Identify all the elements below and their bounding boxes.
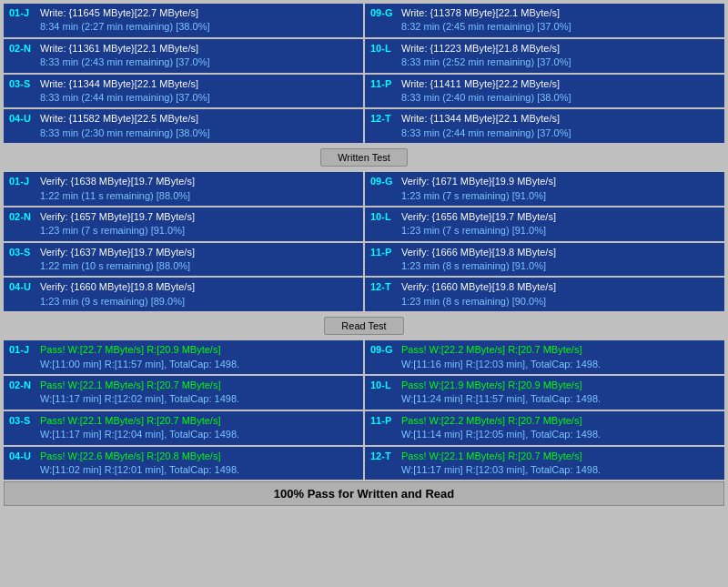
cell-line2: 8:33 min (2:52 min remaining) [37.0%] — [401, 56, 719, 69]
cell-line2: 1:23 min (7 s remaining) [91.0%] — [401, 189, 719, 203]
cell-line2: W:[11:24 min] R:[11:57 min], TotalCap: 1… — [401, 392, 719, 406]
cell-id: 02-N — [9, 210, 36, 238]
cell-id: 01-J — [9, 175, 36, 203]
cell-line2: W:[11:02 min] R:[12:01 min], TotalCap: 1… — [40, 463, 358, 477]
cell-id: 02-N — [9, 42, 36, 70]
table-row: 10-LWrite: {11223 MByte}[21.8 MByte/s]8:… — [365, 39, 724, 73]
table-row: 12-TPass! W:[22.1 MByte/s] R:[20.7 MByte… — [365, 447, 724, 481]
cell-id: 10-L — [370, 210, 398, 238]
cell-line2: 8:32 min (2:45 min remaining) [37.0%] — [401, 20, 719, 34]
cell-id: 01-J — [9, 6, 36, 35]
cell-id: 11-P — [370, 414, 398, 442]
cell-line2: 8:33 min (2:44 min remaining) [37.0%] — [401, 127, 719, 140]
table-row: 03-SPass! W:[22.1 MByte/s] R:[20.7 MByte… — [4, 411, 363, 445]
table-row: 01-JVerify: {1638 MByte}[19.7 MByte/s]1:… — [4, 172, 363, 206]
cell-line2: W:[11:14 min] R:[12:05 min], TotalCap: 1… — [401, 428, 719, 441]
table-row: 02-NPass! W:[22.1 MByte/s] R:[20.7 MByte… — [4, 376, 363, 410]
cell-id: 01-J — [9, 343, 36, 371]
table-row: 03-SVerify: {1637 MByte}[19.7 MByte/s]1:… — [4, 243, 363, 277]
grid: 01-JVerify: {1638 MByte}[19.7 MByte/s]1:… — [4, 172, 724, 311]
table-row: 03-SWrite: {11344 MByte}[22.1 MByte/s]8:… — [4, 75, 363, 108]
table-row: 01-JPass! W:[22.7 MByte/s] R:[20.9 MByte… — [4, 340, 363, 374]
write-section: 01-JWrite: {11645 MByte}[22.7 MByte/s]8:… — [4, 4, 724, 143]
cell-line2: 1:23 min (7 s remaining) [91.0%] — [401, 224, 719, 238]
cell-id: 03-S — [9, 414, 36, 442]
cell-line1: Write: {11378 MByte}[22.1 MByte/s] — [401, 6, 719, 20]
cell-line2: 1:23 min (8 s remaining) [90.0%] — [401, 295, 719, 309]
cell-line1: Write: {11361 MByte}[22.1 MByte/s] — [40, 42, 358, 56]
grid: 01-JWrite: {11645 MByte}[22.7 MByte/s]8:… — [4, 4, 724, 143]
cell-line2: 8:34 min (2:27 min remaining) [38.0%] — [40, 20, 358, 34]
cell-line1: Pass! W:[22.7 MByte/s] R:[20.9 MByte/s] — [40, 343, 358, 357]
read-test-label: Read Test — [324, 317, 403, 335]
cell-id: 02-N — [9, 379, 36, 407]
cell-line1: Verify: {1637 MByte}[19.7 MByte/s] — [40, 246, 358, 259]
cell-line1: Verify: {1657 MByte}[19.7 MByte/s] — [40, 210, 358, 224]
cell-line1: Write: {11582 MByte}[22.5 MByte/s] — [40, 112, 358, 126]
cell-id: 04-U — [9, 112, 36, 140]
cell-line1: Pass! W:[22.6 MByte/s] R:[20.8 MByte/s] — [40, 450, 358, 463]
cell-id: 12-T — [370, 280, 398, 309]
cell-line1: Pass! W:[22.1 MByte/s] R:[20.7 MByte/s] — [40, 414, 358, 428]
cell-line1: Verify: {1638 MByte}[19.7 MByte/s] — [40, 175, 358, 188]
table-row: 11-PVerify: {1666 MByte}[19.8 MByte/s]1:… — [365, 243, 724, 277]
cell-id: 09-G — [370, 175, 398, 203]
cell-line2: W:[11:16 min] R:[12:03 min], TotalCap: 1… — [401, 358, 719, 371]
cell-line1: Write: {11344 MByte}[22.1 MByte/s] — [401, 112, 719, 126]
cell-id: 09-G — [370, 6, 398, 35]
table-row: 10-LVerify: {1656 MByte}[19.7 MByte/s]1:… — [365, 207, 724, 241]
cell-line1: Write: {11411 MByte}[22.2 MByte/s] — [401, 77, 719, 91]
table-row: 04-UPass! W:[22.6 MByte/s] R:[20.8 MByte… — [4, 447, 363, 481]
cell-id: 09-G — [370, 343, 398, 371]
cell-line1: Verify: {1671 MByte}[19.9 MByte/s] — [401, 175, 719, 188]
cell-line1: Verify: {1656 MByte}[19.7 MByte/s] — [401, 210, 719, 224]
table-row: 11-PPass! W:[22.2 MByte/s] R:[20.7 MByte… — [365, 411, 724, 445]
cell-line1: Pass! W:[21.9 MByte/s] R:[20.9 MByte/s] — [401, 379, 719, 392]
table-row: 04-UVerify: {1660 MByte}[19.8 MByte/s]1:… — [4, 278, 363, 311]
table-row: 09-GPass! W:[22.2 MByte/s] R:[20.7 MByte… — [365, 340, 724, 374]
cell-line2: 1:23 min (9 s remaining) [89.0%] — [40, 295, 358, 309]
cell-id: 03-S — [9, 77, 36, 106]
pass-section: 01-JPass! W:[22.7 MByte/s] R:[20.9 MByte… — [4, 340, 724, 480]
cell-line2: 1:23 min (7 s remaining) [91.0%] — [40, 224, 358, 238]
table-row: 12-TWrite: {11344 MByte}[22.1 MByte/s]8:… — [365, 109, 724, 143]
table-row: 09-GWrite: {11378 MByte}[22.1 MByte/s]8:… — [365, 4, 724, 37]
cell-id: 10-L — [370, 42, 398, 70]
cell-id: 11-P — [370, 77, 398, 106]
cell-line1: Write: {11645 MByte}[22.7 MByte/s] — [40, 6, 358, 20]
cell-id: 12-T — [370, 112, 398, 140]
cell-line1: Write: {11223 MByte}[21.8 MByte/s] — [401, 42, 719, 56]
cell-line2: 1:22 min (11 s remaining) [88.0%] — [40, 189, 358, 203]
cell-line1: Pass! W:[22.1 MByte/s] R:[20.7 MByte/s] — [40, 379, 358, 392]
cell-line2: W:[11:17 min] R:[12:04 min], TotalCap: 1… — [40, 428, 358, 441]
cell-line2: 8:33 min (2:40 min remaining) [38.0%] — [401, 91, 719, 105]
cell-line2: 1:23 min (8 s remaining) [91.0%] — [401, 259, 719, 273]
cell-id: 12-T — [370, 450, 398, 478]
verify-section: 01-JVerify: {1638 MByte}[19.7 MByte/s]1:… — [4, 172, 724, 311]
table-row: 12-TVerify: {1660 MByte}[19.8 MByte/s]1:… — [365, 278, 724, 311]
cell-line2: 1:22 min (10 s remaining) [88.0%] — [40, 259, 358, 273]
cell-id: 10-L — [370, 379, 398, 407]
cell-line2: 8:33 min (2:44 min remaining) [37.0%] — [40, 91, 358, 105]
cell-line1: Write: {11344 MByte}[22.1 MByte/s] — [40, 77, 358, 91]
cell-line1: Pass! W:[22.2 MByte/s] R:[20.7 MByte/s] — [401, 414, 719, 428]
cell-line1: Verify: {1666 MByte}[19.8 MByte/s] — [401, 246, 719, 259]
main-container: 01-JWrite: {11645 MByte}[22.7 MByte/s]8:… — [0, 0, 728, 510]
table-row: 04-UWrite: {11582 MByte}[22.5 MByte/s]8:… — [4, 109, 363, 143]
read-test-label-row: Read Test — [4, 314, 724, 338]
written-test-label: Written Test — [320, 148, 408, 167]
table-row: 11-PWrite: {11411 MByte}[22.2 MByte/s]8:… — [365, 75, 724, 108]
bottom-status: 100% Pass for Written and Read — [4, 481, 724, 506]
cell-line2: W:[11:17 min] R:[12:03 min], TotalCap: 1… — [401, 463, 719, 477]
cell-line2: 8:33 min (2:30 min remaining) [38.0%] — [40, 127, 358, 140]
written-test-label-row: Written Test — [4, 146, 724, 169]
cell-line2: W:[11:17 min] R:[12:02 min], TotalCap: 1… — [40, 392, 358, 406]
grid: 01-JPass! W:[22.7 MByte/s] R:[20.9 MByte… — [4, 340, 724, 480]
table-row: 02-NVerify: {1657 MByte}[19.7 MByte/s]1:… — [4, 207, 363, 241]
cell-line2: 8:33 min (2:43 min remaining) [37.0%] — [40, 56, 358, 69]
cell-id: 03-S — [9, 246, 36, 274]
cell-line1: Verify: {1660 MByte}[19.8 MByte/s] — [40, 280, 358, 294]
table-row: 02-NWrite: {11361 MByte}[22.1 MByte/s]8:… — [4, 39, 363, 73]
cell-id: 11-P — [370, 246, 398, 274]
table-row: 10-LPass! W:[21.9 MByte/s] R:[20.9 MByte… — [365, 376, 724, 410]
